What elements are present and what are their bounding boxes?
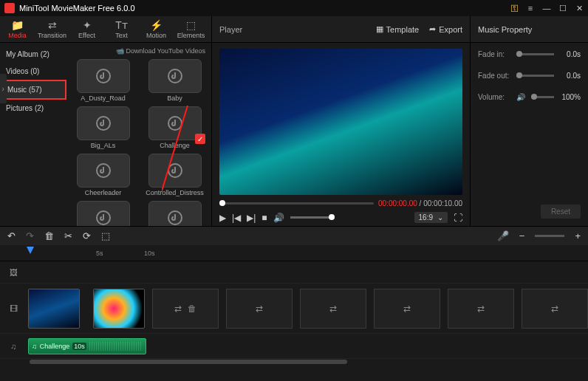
split-button[interactable]: ✂ bbox=[64, 230, 72, 241]
prev-button[interactable]: |◀ bbox=[232, 213, 241, 223]
playhead[interactable] bbox=[27, 247, 34, 254]
tool-motion[interactable]: ⚡Motion bbox=[139, 16, 174, 42]
sidebar: My Album (2)Videos (0)Music (57)Pictures… bbox=[0, 43, 66, 226]
library-item[interactable]: Our Love Story bbox=[69, 201, 137, 226]
sidebar-item[interactable]: My Album (2) bbox=[0, 46, 66, 63]
audio-track-icon: ♫ bbox=[10, 342, 16, 351]
video-clip[interactable] bbox=[28, 289, 80, 329]
check-icon: ✓ bbox=[195, 134, 205, 144]
swap-icon: ⇄ bbox=[174, 303, 182, 314]
zoom-in-button[interactable]: + bbox=[575, 230, 581, 241]
reset-button[interactable]: Reset bbox=[541, 205, 581, 219]
video-track[interactable]: 🎞 ⇄🗑 ⇄ ⇄ ⇄ ⇄ ⇄ bbox=[0, 284, 588, 334]
clip-slot[interactable]: ⇄ bbox=[522, 289, 588, 329]
library-item[interactable]: Cheerleader bbox=[69, 154, 137, 196]
download-youtube-link[interactable]: 📹 Download YouTube Videos bbox=[69, 46, 208, 59]
play-button[interactable]: ▶ bbox=[219, 213, 226, 223]
motion-icon: ⚡ bbox=[150, 19, 163, 31]
volume-icon[interactable]: 🔊 bbox=[273, 213, 284, 223]
elements-icon: ⬚ bbox=[186, 19, 196, 31]
clip-slot[interactable]: ⇄ bbox=[300, 289, 366, 329]
text-icon: Tᴛ bbox=[115, 19, 128, 31]
effect-icon: ✦ bbox=[83, 19, 92, 31]
zoom-slider[interactable] bbox=[535, 235, 564, 237]
library-item[interactable]: Baby bbox=[141, 59, 208, 102]
tool-elements[interactable]: ⬚Elements bbox=[174, 16, 208, 42]
music-thumb[interactable] bbox=[148, 154, 202, 188]
delete-button[interactable]: 🗑 bbox=[44, 230, 54, 241]
tool-transition[interactable]: ⇄Transition bbox=[35, 16, 69, 42]
aspect-select[interactable]: 16:9⌄ bbox=[414, 212, 448, 223]
timecode: 00:00:00.00 / 00:00:10.00 bbox=[378, 199, 462, 207]
player-panel: 00:00:00.00 / 00:00:10.00 ▶ |◀ ▶| ■ 🔊 16… bbox=[211, 43, 470, 226]
undo-button[interactable]: ↶ bbox=[7, 230, 16, 241]
library-item[interactable]: Photo Album bbox=[141, 201, 208, 226]
expand-panel-tab[interactable]: › bbox=[0, 74, 7, 103]
template-button[interactable]: ▦ Template bbox=[376, 24, 420, 34]
image-track[interactable]: 🖼 bbox=[0, 261, 588, 284]
stop-button[interactable]: ■ bbox=[261, 213, 267, 223]
titlebar: MiniTool MovieMaker Free 6.0.0 ⚿ ≡ — ☐ ✕ bbox=[0, 0, 588, 16]
music-thumb[interactable] bbox=[77, 59, 130, 93]
tool-effect[interactable]: ✦Effect bbox=[69, 16, 104, 42]
redo-button[interactable]: ↷ bbox=[26, 230, 34, 241]
key-icon[interactable]: ⚿ bbox=[510, 4, 519, 13]
music-thumb[interactable] bbox=[77, 201, 130, 226]
fade-out-row: Fade out: 0.0s bbox=[478, 72, 581, 80]
crop-button[interactable]: ⬚ bbox=[101, 230, 110, 241]
preview-viewport[interactable] bbox=[219, 49, 462, 195]
music-thumb[interactable] bbox=[77, 106, 130, 140]
close-button[interactable]: ✕ bbox=[575, 4, 584, 13]
library-item[interactable]: Big_ALs bbox=[69, 106, 137, 149]
music-thumb[interactable] bbox=[148, 59, 202, 93]
library-item[interactable]: A_Dusty_Road bbox=[69, 59, 137, 102]
library-item[interactable]: Controlled_Distress bbox=[141, 154, 208, 196]
media-icon: 📁 bbox=[11, 19, 24, 31]
video-clip[interactable] bbox=[93, 289, 145, 329]
video-track-icon: 🎞 bbox=[10, 304, 18, 313]
menu-icon[interactable]: ≡ bbox=[526, 4, 535, 13]
fade-in-slider[interactable] bbox=[516, 53, 554, 55]
audio-clip[interactable]: ♫Challenge 10s bbox=[28, 338, 146, 354]
props-header: Music Property bbox=[470, 16, 588, 42]
trash-icon: 🗑 bbox=[188, 303, 196, 314]
media-library: 📹 Download YouTube Videos A_Dusty_RoadBa… bbox=[66, 43, 211, 226]
app-logo-icon bbox=[4, 3, 15, 13]
sidebar-item[interactable]: Pictures (2) bbox=[0, 100, 66, 117]
clip-slot[interactable]: ⇄ bbox=[448, 289, 514, 329]
audio-track[interactable]: ♫ ♫Challenge 10s bbox=[0, 334, 588, 359]
sidebar-item[interactable]: Music (57) bbox=[0, 80, 66, 100]
next-button[interactable]: ▶| bbox=[247, 213, 256, 223]
speed-button[interactable]: ⟳ bbox=[83, 230, 91, 241]
fade-out-slider[interactable] bbox=[516, 75, 554, 77]
music-thumb[interactable]: ✓ bbox=[148, 106, 202, 140]
tool-media[interactable]: 📁Media bbox=[0, 16, 35, 42]
main-toolbar: 📁Media⇄Transition✦EffectTᴛText⚡Motion⬚El… bbox=[0, 16, 588, 43]
music-thumb[interactable] bbox=[77, 154, 130, 188]
timeline-toolbar: ↶ ↷ 🗑 ✂ ⟳ ⬚ 🎤 − + bbox=[0, 226, 588, 245]
player-label: Player bbox=[219, 25, 242, 34]
clip-slot[interactable]: ⇄ bbox=[374, 289, 440, 329]
export-button[interactable]: ➦ Export bbox=[429, 24, 462, 34]
tool-text[interactable]: TᴛText bbox=[104, 16, 139, 42]
fade-in-row: Fade in: 0.0s bbox=[478, 50, 581, 58]
volume-slider[interactable] bbox=[290, 216, 335, 219]
mic-icon[interactable]: 🎤 bbox=[497, 230, 509, 241]
timeline-scrollbar[interactable] bbox=[0, 359, 588, 365]
sidebar-item[interactable]: Videos (0) bbox=[0, 63, 66, 80]
volume-prop-icon: 🔊 bbox=[516, 93, 525, 101]
chevron-down-icon: ⌄ bbox=[437, 213, 443, 222]
volume-prop-slider[interactable] bbox=[531, 96, 554, 98]
clip-slot[interactable]: ⇄🗑 bbox=[152, 289, 219, 329]
zoom-out-button[interactable]: − bbox=[519, 230, 525, 241]
scrubber[interactable] bbox=[219, 202, 374, 205]
transition-icon: ⇄ bbox=[48, 19, 57, 31]
maximize-button[interactable]: ☐ bbox=[558, 4, 567, 13]
library-item[interactable]: ✓Challenge bbox=[141, 106, 208, 149]
timeline-ruler[interactable]: 5s 10s bbox=[0, 245, 588, 261]
fullscreen-button[interactable]: ⛶ bbox=[454, 213, 462, 223]
clip-slot[interactable]: ⇄ bbox=[226, 289, 293, 329]
music-thumb[interactable] bbox=[148, 201, 202, 226]
minimize-button[interactable]: — bbox=[542, 4, 551, 13]
music-property-panel: Fade in: 0.0s Fade out: 0.0s Volume: 🔊 1… bbox=[470, 43, 588, 226]
